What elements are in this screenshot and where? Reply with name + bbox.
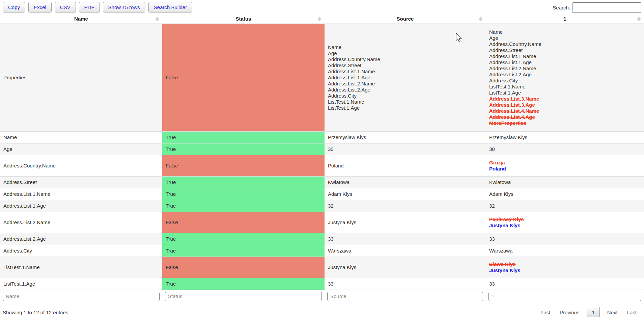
table-footer-bar: Showing 1 to 12 of 12 entries First Prev…: [0, 303, 644, 317]
sort-icon: [637, 17, 641, 21]
export-button-group: Copy Excel CSV PDF Show 15 rows Search B…: [3, 2, 192, 12]
source-value-cell: Justyna Klys: [325, 212, 486, 233]
status-cell: False: [162, 155, 325, 176]
search-builder-button[interactable]: Search Builder: [148, 2, 192, 12]
sort-icon: [479, 17, 482, 21]
filter-input-1[interactable]: [488, 292, 641, 301]
source-value-cell: Justyna Klys: [325, 257, 486, 278]
comparison-table: Name Status Source 1 Properties False Na…: [0, 14, 644, 303]
status-cell: False: [162, 257, 325, 278]
last-page-button[interactable]: Last: [622, 307, 641, 317]
column-header-label: Name: [74, 16, 88, 22]
csv-button[interactable]: CSV: [55, 2, 76, 12]
property-name-cell: Properties: [0, 24, 162, 131]
filter-input-name[interactable]: [3, 292, 160, 301]
target-value-cell: Kwiatowa: [486, 176, 644, 188]
property-name-cell: Name: [0, 131, 162, 143]
table-row: ListTest.1.Age True 33 33: [0, 278, 644, 290]
column-header-source[interactable]: Source: [325, 14, 486, 24]
status-cell: True: [162, 278, 325, 290]
next-page-button[interactable]: Next: [603, 307, 622, 317]
first-page-button[interactable]: First: [536, 307, 555, 317]
target-value-cell: Warszawa: [486, 245, 644, 257]
status-cell: True: [162, 176, 325, 188]
source-value-cell: NameAgeAddress.Country.NameAddress.Stree…: [325, 24, 486, 131]
status-cell: True: [162, 245, 325, 257]
show-rows-button[interactable]: Show 15 rows: [103, 2, 145, 12]
excel-button[interactable]: Excel: [28, 2, 52, 12]
source-value-cell: Przemyslaw Klys: [325, 131, 486, 143]
source-value-cell: Adam Klys: [325, 188, 486, 200]
status-cell: True: [162, 143, 325, 155]
target-value-cell: Sława KlysJustyna Klys: [486, 257, 644, 278]
target-value-cell: 33: [486, 278, 644, 290]
property-name-cell: Age: [0, 143, 162, 155]
header-row: Name Status Source 1: [0, 14, 644, 24]
property-name-cell: Address.List.2.Age: [0, 233, 162, 245]
filter-input-source[interactable]: [327, 292, 483, 301]
column-header-name[interactable]: Name: [0, 14, 162, 24]
property-name-cell: Address.Country.Name: [0, 155, 162, 176]
property-name-cell: ListTest.1.Age: [0, 278, 162, 290]
status-cell: True: [162, 131, 325, 143]
table-row: Age True 30 30: [0, 143, 644, 155]
target-value-cell: 33: [486, 233, 644, 245]
sort-icon: [156, 17, 159, 21]
status-cell: False: [162, 24, 325, 131]
column-header-label: Status: [236, 16, 251, 22]
table-row: Properties False NameAgeAddress.Country.…: [0, 24, 644, 131]
target-value-cell: 30: [486, 143, 644, 155]
property-name-cell: ListTest.1.Name: [0, 257, 162, 278]
copy-button[interactable]: Copy: [3, 2, 25, 12]
source-value-cell: 30: [325, 143, 486, 155]
search-area: Search:: [553, 2, 641, 13]
pdf-button[interactable]: PDF: [79, 2, 100, 12]
table-row: Address.Country.Name False Poland Gruzja…: [0, 155, 644, 176]
target-value-cell: Pankracy KlysJustyna Klys: [486, 212, 644, 233]
sort-icon: [318, 17, 321, 21]
property-name-cell: Address.Street: [0, 176, 162, 188]
table-row: Name True Przemyslaw Klys Przemyslaw Kly…: [0, 131, 644, 143]
source-value-cell: Kwiatowa: [325, 176, 486, 188]
column-header-label: Source: [397, 16, 414, 22]
search-input[interactable]: [572, 2, 641, 13]
property-name-cell: Address.City: [0, 245, 162, 257]
property-name-cell: Address.List.1.Age: [0, 200, 162, 212]
column-header-1[interactable]: 1: [486, 14, 644, 24]
source-value-cell: Warszawa: [325, 245, 486, 257]
target-value-cell: 32: [486, 200, 644, 212]
toolbar: Copy Excel CSV PDF Show 15 rows Search B…: [0, 0, 644, 14]
status-cell: False: [162, 212, 325, 233]
property-name-cell: Address.List.1.Name: [0, 188, 162, 200]
property-name-cell: Address.List.2.Name: [0, 212, 162, 233]
status-cell: True: [162, 188, 325, 200]
table-row: Address.City True Warszawa Warszawa: [0, 245, 644, 257]
column-header-status[interactable]: Status: [162, 14, 325, 24]
table-row: Address.List.2.Age True 33 33: [0, 233, 644, 245]
filter-row: [0, 290, 644, 303]
status-cell: True: [162, 233, 325, 245]
current-page-button[interactable]: 1: [587, 307, 599, 317]
target-value-cell: NameAgeAddress.Country.NameAddress.Stree…: [486, 24, 644, 131]
table-row: Address.List.1.Name True Adam Klys Adam …: [0, 188, 644, 200]
table-row: ListTest.1.Name False Justyna Klys Sława…: [0, 257, 644, 278]
source-value-cell: 33: [325, 278, 486, 290]
status-cell: True: [162, 200, 325, 212]
pagination: First Previous 1 Next Last: [536, 307, 641, 317]
source-value-cell: Poland: [325, 155, 486, 176]
column-header-label: 1: [563, 16, 566, 22]
entries-info: Showing 1 to 12 of 12 entries: [3, 310, 68, 315]
table-row: Address.List.1.Age True 32 32: [0, 200, 644, 212]
previous-page-button[interactable]: Previous: [555, 307, 584, 317]
source-value-cell: 32: [325, 200, 486, 212]
source-value-cell: 33: [325, 233, 486, 245]
target-value-cell: Przemyslaw Klys: [486, 131, 644, 143]
table-row: Address.List.2.Name False Justyna Klys P…: [0, 212, 644, 233]
filter-input-status[interactable]: [165, 292, 322, 301]
target-value-cell: Adam Klys: [486, 188, 644, 200]
search-label: Search:: [553, 5, 570, 10]
target-value-cell: GruzjaPoland: [486, 155, 644, 176]
table-row: Address.Street True Kwiatowa Kwiatowa: [0, 176, 644, 188]
